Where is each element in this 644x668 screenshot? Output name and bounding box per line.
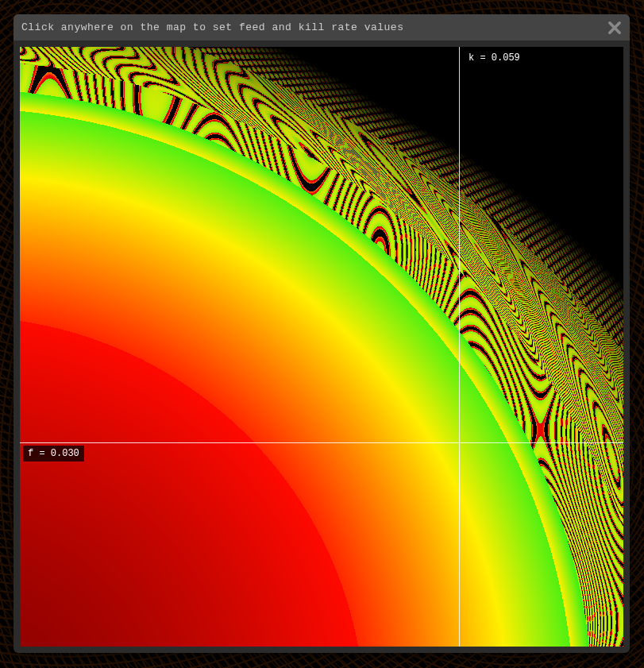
modal-title: Click anywhere on the map to set feed an… (21, 21, 606, 33)
parameter-map-modal: Click anywhere on the map to set feed an… (13, 14, 630, 653)
parameter-map[interactable]: k = 0.059 f = 0.030 (20, 47, 623, 647)
modal-body: k = 0.059 f = 0.030 (13, 41, 630, 653)
modal-header: Click anywhere on the map to set feed an… (13, 14, 630, 41)
parameter-map-canvas (20, 47, 623, 647)
close-button[interactable] (606, 19, 623, 37)
close-icon (607, 21, 622, 35)
